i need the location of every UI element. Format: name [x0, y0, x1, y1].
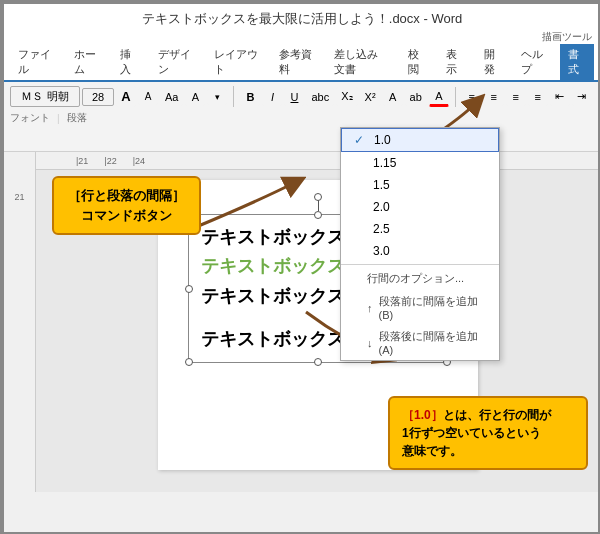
ls-add-before-btn[interactable]: ↑ 段落前に間隔を追加(B) [341, 290, 499, 325]
handle-mid-left[interactable] [185, 285, 193, 293]
title-bar: テキストボックスを最大限に活用しよう！.docx - Word [4, 4, 600, 30]
ls-add-after-btn[interactable]: ↓ 段落後に間隔を追加(A) [341, 325, 499, 360]
tab-view[interactable]: 表示 [438, 44, 472, 80]
superscript-btn[interactable]: X² [360, 88, 381, 106]
tab-insert[interactable]: 挿入 [112, 44, 146, 80]
subscript-btn[interactable]: X₂ [336, 87, 357, 106]
doc-content: |21 |22 |24 ⚓ [36, 152, 600, 492]
font-name-field[interactable]: ＭＳ 明朝 [10, 86, 80, 107]
ls-item-2-5[interactable]: 2.5 [341, 218, 499, 240]
line-spacing-dropdown: 1.0 1.15 1.5 2.0 2.5 3.0 行間のオプション... ↑ [340, 127, 500, 361]
ls-value-1-0: 1.0 [374, 133, 391, 147]
line-numbers: 21 [4, 152, 36, 492]
handle-bottom-center[interactable] [314, 358, 322, 366]
ls-item-1-5[interactable]: 1.5 [341, 174, 499, 196]
font-size-up[interactable]: A [116, 86, 136, 107]
rotate-handle[interactable] [314, 193, 322, 201]
ls-add-after-icon: ↓ [367, 337, 373, 349]
handle-top-center[interactable] [314, 211, 322, 219]
ls-item-3-0[interactable]: 3.0 [341, 240, 499, 262]
tab-design[interactable]: デザイン [150, 44, 202, 80]
document-area: 21 |21 |22 |24 ⚓ [4, 152, 600, 492]
font-label: フォント [10, 111, 50, 125]
ruler: |21 |22 |24 [36, 152, 600, 170]
italic-btn[interactable]: I [262, 88, 282, 106]
justify[interactable]: ≡ [528, 88, 548, 106]
font-color-btn[interactable]: A [429, 87, 449, 107]
callout-bottom-bracket: ［1.0］ [402, 408, 443, 422]
indent-right[interactable]: ⇥ [572, 87, 592, 106]
ls-item-2-0[interactable]: 2.0 [341, 196, 499, 218]
bold-btn[interactable]: B [240, 88, 260, 106]
tab-home[interactable]: ホーム [66, 44, 109, 80]
font-group: ＭＳ 明朝 28 A A Aa A ▾ [10, 86, 234, 107]
toolbar-row2: フォント | 段落 [10, 111, 594, 125]
tab-developer[interactable]: 開発 [476, 44, 510, 80]
ls-add-before-label: 段落前に間隔を追加(B) [379, 294, 488, 321]
tab-file[interactable]: ファイル [10, 44, 62, 80]
align-right[interactable]: ≡ [506, 88, 526, 106]
ls-value-2-0: 2.0 [373, 200, 390, 214]
app-window: テキストボックスを最大限に活用しよう！.docx - Word 描画ツール ファ… [2, 2, 600, 534]
tab-references[interactable]: 参考資料 [271, 44, 323, 80]
para-align-group: ≡ ≡ ≡ ≡ ⇤ ⇥ [462, 87, 599, 106]
text-format-group: B I U abc X₂ X² A ab A [240, 87, 455, 107]
ls-add-after-label: 段落後に間隔を追加(A) [379, 329, 488, 356]
font-extra1[interactable]: A [185, 88, 205, 106]
indent-left[interactable]: ⇤ [550, 87, 570, 106]
ls-add-before-icon: ↑ [367, 302, 373, 314]
toolbar: ＭＳ 明朝 28 A A Aa A ▾ B I U abc X₂ X² A ab… [4, 82, 600, 152]
callout-top: ［行と段落の間隔］ コマンドボタン [52, 176, 201, 235]
callout-bottom: ［1.0］とは、行と行の間が1行ずつ空いているという意味です。 [388, 396, 588, 470]
tab-format[interactable]: 書式 [560, 44, 594, 80]
window-title: テキストボックスを最大限に活用しよう！.docx - Word [142, 11, 462, 26]
callout-top-line2: コマンドボタン [68, 206, 185, 226]
ls-separator [341, 264, 499, 265]
toolbar-row1: ＭＳ 明朝 28 A A Aa A ▾ B I U abc X₂ X² A ab… [10, 86, 594, 107]
ls-item-1-15[interactable]: 1.15 [341, 152, 499, 174]
ribbon-tabs: ファイル ホーム 挿入 デザイン レイアウト 参考資料 差し込み文書 校閲 表示… [4, 44, 600, 82]
align-left[interactable]: ≡ [462, 88, 482, 106]
ls-value-1-15: 1.15 [373, 156, 396, 170]
ls-item-1-0[interactable]: 1.0 [341, 128, 499, 152]
text-effects-btn[interactable]: A [383, 88, 403, 106]
tab-help[interactable]: ヘルプ [513, 44, 556, 80]
ls-options-btn[interactable]: 行間のオプション... [341, 267, 499, 290]
font-size-field[interactable]: 28 [82, 88, 114, 106]
ls-value-1-5: 1.5 [373, 178, 390, 192]
tab-review[interactable]: 校閲 [400, 44, 434, 80]
font-size-down[interactable]: A [138, 88, 158, 105]
strikethrough-btn[interactable]: abc [306, 88, 334, 106]
callout-top-line1: ［行と段落の間隔］ [68, 186, 185, 206]
clear-format[interactable]: Aa [160, 88, 183, 106]
context-tab-label: 描画ツール [4, 30, 600, 44]
handle-bottom-left[interactable] [185, 358, 193, 366]
text-highlight-btn[interactable]: ab [405, 88, 427, 106]
tab-layout[interactable]: レイアウト [206, 44, 267, 80]
underline-btn[interactable]: U [284, 88, 304, 106]
section-divider: | [57, 113, 60, 124]
ls-options-label: 行間のオプション... [367, 271, 464, 286]
align-center[interactable]: ≡ [484, 88, 504, 106]
ls-value-2-5: 2.5 [373, 222, 390, 236]
ls-value-3-0: 3.0 [373, 244, 390, 258]
font-extra2[interactable]: ▾ [207, 89, 227, 105]
tab-mailings[interactable]: 差し込み文書 [326, 44, 396, 80]
para-label: 段落 [67, 111, 87, 125]
